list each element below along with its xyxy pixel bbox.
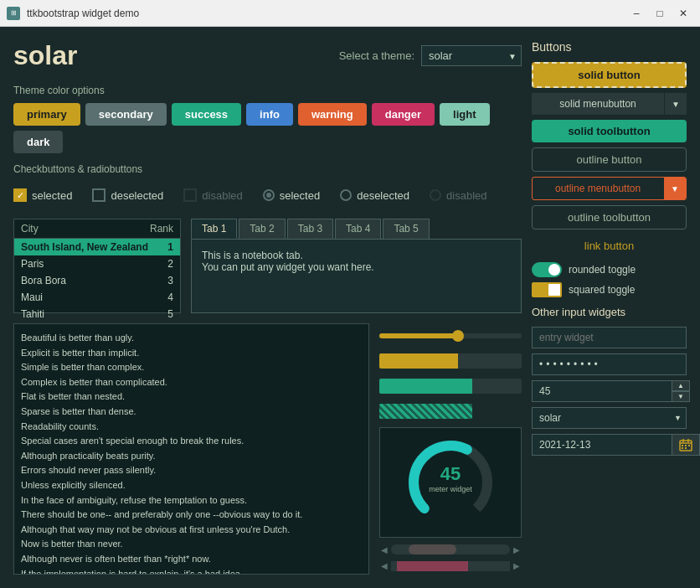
tab-2[interactable]: Tab 2 [239,219,285,239]
app-icon: ⊞ [7,7,20,20]
progress-bar-2 [379,379,522,394]
entry-widget[interactable] [532,327,687,348]
tab-5[interactable]: Tab 5 [383,219,429,239]
tab-1[interactable]: Tab 1 [191,219,237,239]
buttons-panel-title: Buttons [532,40,687,54]
theme-dropdown[interactable]: solar darkly cyborg vapor superhero [421,45,522,66]
color-btn-light[interactable]: light [440,103,489,126]
color-btn-dark[interactable]: dark [13,131,63,153]
table-cell-city-3: Bora Bora [21,275,66,286]
scroll-up-arrow[interactable]: ◀ [381,561,388,571]
table-header: City Rank [14,219,180,239]
outline-toolbutton[interactable]: outline toolbutton [532,205,687,230]
solid-menubutton-arrow[interactable]: ▼ [665,93,687,115]
slider-track-1 [379,333,522,338]
check-disabled-label: disabled [202,189,242,202]
radio-disabled-icon [430,189,441,201]
maximize-button[interactable]: □ [650,3,670,23]
table-cell-rank-4: 4 [167,291,173,303]
spinner-widget[interactable] [532,380,672,402]
color-btn-success[interactable]: success [172,103,241,126]
radio-empty-icon[interactable] [340,189,352,201]
tab-4[interactable]: Tab 4 [335,219,381,239]
check-selected-label: selected [32,189,72,202]
scroll-right-arrow[interactable]: ▶ [513,545,520,554]
table-row[interactable]: Maui 4 [14,289,180,306]
select-widget[interactable]: solar darkly cyborg [532,407,687,429]
password-widget[interactable] [532,353,687,375]
svg-rect-11 [682,447,683,449]
outline-button[interactable]: outline button [532,147,687,172]
progress-bar-1 [379,353,522,369]
rounded-toggle-row: rounded toggle [532,262,687,277]
link-button[interactable]: link button [532,235,687,257]
color-section-label: Theme color options [13,85,522,96]
left-panel: solar Select a theme: solar darkly cybor… [13,40,522,575]
tab-3[interactable]: Tab 3 [287,219,333,239]
minimize-button[interactable]: – [626,3,646,23]
close-button[interactable]: ✕ [673,3,693,23]
solid-toolbutton[interactable]: solid toolbutton [532,120,687,142]
scroll-left-arrow[interactable]: ◀ [381,545,388,554]
checkradio-row: ✓ selected deselected disabled selected [13,182,522,209]
theme-selector: Select a theme: solar darkly cyborg vapo… [339,45,522,66]
outline-menubutton-arrow[interactable]: ▼ [664,178,686,199]
table-cell-city-4: Maui [21,291,43,303]
check-selected: ✓ selected [13,188,72,202]
right-panel: Buttons solid button solid menubutton ▼ … [532,40,687,575]
rounded-toggle-label: rounded toggle [569,264,636,276]
svg-text:meter widget: meter widget [429,485,472,493]
color-btn-secondary[interactable]: secondary [85,103,167,126]
tab-bar: Tab 1 Tab 2 Tab 3 Tab 4 Tab 5 [191,219,522,239]
check-deselected: deselected [92,188,163,202]
scrollbar-thumb[interactable] [409,544,456,554]
text-area[interactable]: Beautiful is better than ugly.Explicit i… [13,323,369,575]
radio-selected-label: selected [280,189,320,202]
tab-content: This is a notebook tab. You can put any … [191,239,522,313]
solid-menubutton-wrapper: solid menubutton ▼ [532,93,687,115]
squared-toggle[interactable] [532,282,562,297]
outline-menubutton[interactable]: outline menubutton [533,178,663,199]
checkbox-selected-icon[interactable]: ✓ [13,188,27,202]
titlebar: ⊞ ttkbootstrap widget demo – □ ✕ [0,0,700,27]
check-disabled: disabled [183,188,242,202]
radio-selected-icon[interactable] [263,189,275,201]
color-btn-danger[interactable]: danger [372,103,435,126]
table-cell-rank-1: 1 [167,241,173,253]
slider-row-1 [379,327,522,345]
table-cell-rank-5: 5 [167,308,173,320]
table-row[interactable]: Tahiti 5 [14,306,180,322]
progress-bar-3 [379,404,472,419]
calendar-button[interactable] [672,434,700,456]
table-row[interactable]: Bora Bora 3 [14,272,180,289]
color-btn-info[interactable]: info [246,103,293,126]
color-btn-warning[interactable]: warning [298,103,367,126]
date-wrapper [532,434,687,456]
main-content: solar Select a theme: solar darkly cybor… [0,27,700,588]
spinner-down[interactable]: ▼ [672,391,690,402]
table-row[interactable]: South Island, New Zealand 1 [14,239,180,255]
spinner-wrapper: ▲ ▼ [532,380,687,402]
date-input[interactable] [532,434,672,456]
table-row[interactable]: Paris 2 [14,255,180,272]
solid-menubutton[interactable]: solid menubutton [532,93,664,115]
scroll-down-arrow[interactable]: ▶ [513,561,520,571]
svg-rect-10 [688,445,690,446]
scrollbar-row: ◀ ▶ [379,544,522,554]
table-panel: City Rank South Island, New Zealand 1 Pa… [13,219,181,313]
color-btn-primary[interactable]: primary [13,103,80,126]
checkbox-empty-icon[interactable] [92,188,106,202]
radio-disabled-label: disabled [446,189,486,202]
header: solar Select a theme: solar darkly cybor… [13,40,522,71]
slider-thumb-1[interactable] [452,330,464,342]
checkradio-section: Checkbuttons & radiobuttons ✓ selected d… [13,163,522,209]
titlebar-title: ttkbootstrap widget demo [27,8,620,19]
window-controls: – □ ✕ [626,3,693,23]
solid-button[interactable]: solid button [532,62,687,88]
middle-row: City Rank South Island, New Zealand 1 Pa… [13,219,522,313]
horizontal-scrollbar-row: ◀ ▶ [379,561,522,571]
spinner-up[interactable]: ▲ [672,380,690,391]
h-scrollbar-thumb[interactable] [397,561,468,571]
outline-menubutton-wrapper: outline menubutton ▼ [532,177,687,200]
rounded-toggle[interactable] [532,262,562,277]
